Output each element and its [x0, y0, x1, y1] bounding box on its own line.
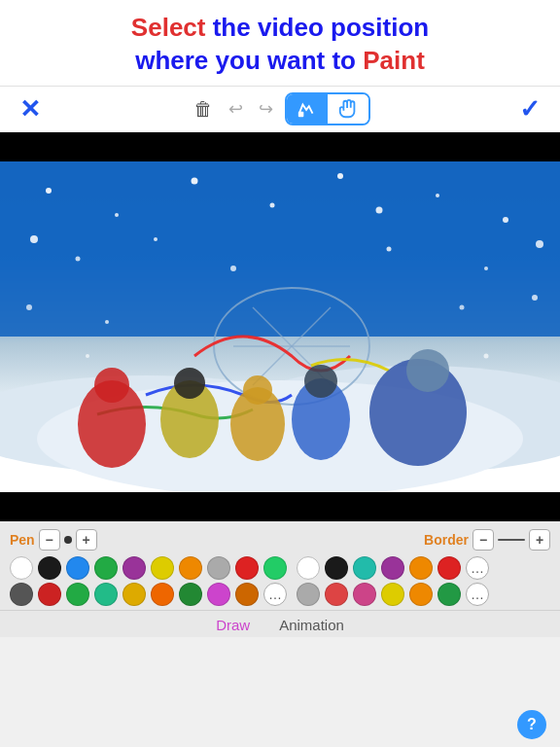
palettes-row: … … … — [10, 556, 550, 606]
svg-point-14 — [174, 368, 205, 399]
pen-color-blue[interactable] — [66, 556, 89, 580]
pen-size-increase[interactable]: + — [76, 529, 97, 551]
tab-animation[interactable]: Animation — [279, 617, 344, 633]
pen-color-black[interactable] — [38, 556, 61, 580]
svg-point-21 — [46, 188, 52, 194]
header: Select the video position where you want… — [0, 0, 560, 86]
cancel-button[interactable]: ✕ — [16, 92, 45, 126]
border-color-yellow[interactable] — [381, 583, 404, 606]
tool-selector — [285, 92, 370, 125]
svg-point-35 — [460, 304, 465, 309]
svg-point-38 — [484, 353, 489, 358]
pen-color-magenta[interactable] — [207, 583, 230, 606]
bottom-tabs: Draw Animation ? — [0, 610, 560, 637]
pen-color-darkred[interactable] — [38, 583, 61, 606]
border-size-group: Border − + — [424, 529, 550, 551]
pen-color-gray[interactable] — [207, 556, 230, 580]
border-color-orange2[interactable] — [409, 583, 433, 606]
bottom-panel: Pen − + Border − + — [0, 521, 560, 610]
pen-label: Pen — [10, 532, 35, 548]
toolbar-left: ✕ — [16, 92, 45, 126]
pen-color-purple[interactable] — [122, 556, 146, 580]
toolbar-center: 🗑 ↩ ↪ — [190, 92, 370, 125]
svg-point-27 — [503, 217, 508, 223]
pen-palette: … — [10, 556, 289, 606]
border-color-green[interactable] — [438, 583, 461, 606]
pen-color-brown[interactable] — [235, 583, 259, 606]
pen-color-yellow[interactable] — [151, 556, 174, 580]
svg-rect-0 — [298, 112, 304, 118]
border-color-black[interactable] — [325, 556, 348, 580]
svg-point-33 — [26, 304, 32, 310]
scene-svg — [0, 161, 560, 492]
border-color-lightred[interactable] — [325, 583, 348, 606]
pen-color-teal[interactable] — [94, 583, 118, 606]
border-size-decrease[interactable]: − — [472, 529, 494, 551]
draw-tool-button[interactable] — [287, 94, 328, 124]
pen-color-mint[interactable] — [263, 556, 287, 580]
snow-scene — [0, 161, 560, 492]
hand-tool-button[interactable] — [328, 94, 368, 124]
border-color-pink[interactable] — [353, 583, 376, 606]
border-size-increase[interactable]: + — [529, 529, 550, 551]
border-color-orange[interactable] — [409, 556, 433, 580]
svg-point-28 — [76, 256, 81, 261]
paint-word: Paint — [363, 46, 425, 75]
svg-point-29 — [154, 237, 158, 241]
pen-color-darkgray[interactable] — [10, 583, 33, 606]
video-frame[interactable] — [0, 161, 560, 492]
border-more-colors-2[interactable]: … — [466, 583, 489, 606]
trash-button[interactable]: 🗑 — [190, 96, 217, 123]
border-size-indicator — [498, 539, 525, 541]
pen-size-decrease[interactable]: − — [39, 529, 60, 551]
redo-button[interactable]: ↪ — [255, 96, 277, 122]
svg-point-16 — [243, 375, 272, 405]
header-line2-start: where you want to — [135, 46, 363, 75]
svg-point-41 — [536, 240, 543, 248]
border-color-gray[interactable] — [297, 583, 320, 606]
svg-point-12 — [94, 368, 129, 403]
pen-color-red[interactable] — [235, 556, 259, 580]
pen-color-white[interactable] — [10, 556, 33, 580]
undo-button[interactable]: ↩ — [225, 96, 247, 122]
bottom-black-bar — [0, 492, 560, 521]
svg-point-24 — [270, 202, 275, 207]
pen-color-green2[interactable] — [66, 583, 89, 606]
border-palette: … … — [297, 556, 491, 606]
pen-size-indicator — [64, 536, 72, 544]
svg-point-30 — [230, 266, 236, 271]
svg-point-18 — [304, 365, 337, 398]
svg-point-39 — [30, 235, 38, 243]
border-color-white[interactable] — [297, 556, 320, 580]
svg-point-40 — [376, 206, 383, 213]
svg-point-31 — [387, 246, 392, 251]
border-more-colors-1[interactable]: … — [466, 556, 489, 580]
svg-point-37 — [86, 354, 89, 358]
border-color-purple[interactable] — [381, 556, 404, 580]
select-word: Select — [131, 13, 206, 42]
toolbar: ✕ 🗑 ↩ ↪ ✓ — [0, 86, 560, 132]
tab-draw[interactable]: Draw — [216, 617, 250, 633]
pen-color-orange[interactable] — [179, 556, 202, 580]
pen-more-colors[interactable]: … — [263, 583, 287, 606]
svg-point-22 — [115, 213, 119, 217]
confirm-button[interactable]: ✓ — [515, 92, 544, 126]
pen-color-darkorange[interactable] — [151, 583, 174, 606]
svg-point-23 — [192, 177, 198, 184]
video-area[interactable] — [0, 132, 560, 521]
pen-color-forestgreen[interactable] — [179, 583, 202, 606]
svg-point-32 — [484, 267, 488, 270]
border-color-red[interactable] — [438, 556, 461, 580]
svg-point-25 — [337, 173, 343, 179]
svg-rect-1 — [0, 161, 560, 337]
pen-size-group: Pen − + — [10, 529, 97, 551]
border-color-teal[interactable] — [353, 556, 376, 580]
size-controls-row: Pen − + Border − + — [10, 529, 550, 551]
svg-point-34 — [105, 320, 109, 324]
pen-color-gold[interactable] — [122, 583, 146, 606]
top-black-bar — [0, 132, 560, 161]
pen-color-green[interactable] — [94, 556, 118, 580]
help-button[interactable]: ? — [517, 710, 546, 739]
instruction-title: Select the video position where you want… — [16, 12, 544, 78]
header-line1-rest: the video position — [205, 13, 429, 42]
